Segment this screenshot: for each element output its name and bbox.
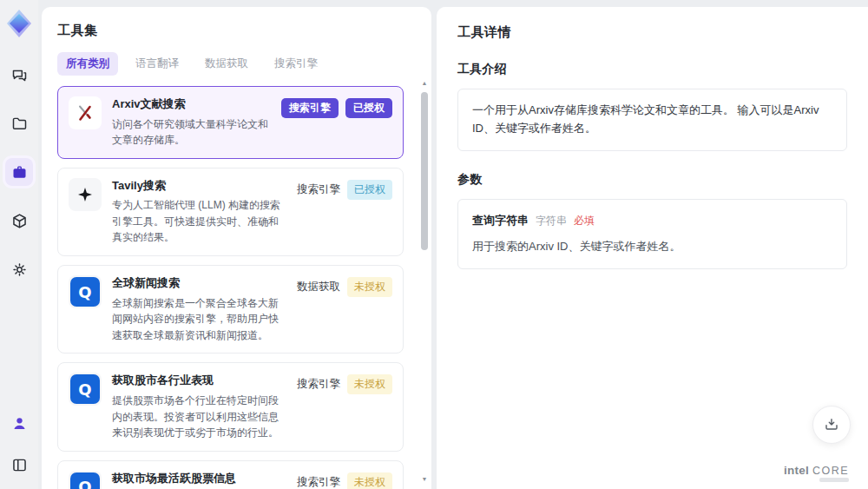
tab-搜索引擎[interactable]: 搜索引擎: [266, 52, 326, 76]
sidebar-item-settings[interactable]: [5, 255, 33, 283]
user-icon: [10, 414, 29, 433]
tool-category-badge: 搜索引擎: [281, 98, 339, 118]
tool-list-item[interactable]: Q 获取股市各行业表现 提供股票市场各个行业在特定时间段内的表现。投资者可以利用…: [57, 362, 404, 451]
tool-name: 全球新闻搜索: [112, 275, 286, 291]
q-news-icon: Q: [69, 373, 102, 406]
tool-auth-badge: 未授权: [347, 374, 392, 394]
scrollbar[interactable]: ▲ ▼: [420, 80, 429, 482]
tool-category-badge: 数据获取: [297, 277, 340, 297]
chat-icon: [10, 66, 29, 84]
tool-list-item[interactable]: Q 获取市场最活跃股票信息 提供当天交易量最高的股票列表。投资者可以利用这些信息…: [57, 460, 404, 489]
tool-description: 访问各个研究领域大量科学论文和文章的存储库。: [112, 116, 271, 149]
gear-icon: [10, 261, 29, 279]
sparkle-icon: [69, 178, 102, 211]
tool-auth-badge: 未授权: [347, 472, 392, 489]
param-box: 查询字符串 字符串 必填 用于搜索的Arxiv ID、关键字或作者姓名。: [457, 199, 847, 270]
tab-所有类别[interactable]: 所有类别: [57, 52, 118, 76]
tool-name: 获取市场最活跃股票信息: [112, 471, 286, 486]
tool-list-item[interactable]: Q 全球新闻搜索 全球新闻搜索是一个聚合全球各大新闻网站内容的搜索引擎，帮助用户…: [57, 265, 404, 354]
param-type: 字符串: [536, 213, 567, 229]
panel-toggle-icon: [10, 456, 29, 474]
sidebar-item-collapse[interactable]: [5, 451, 33, 479]
sidebar-item-chat[interactable]: [5, 61, 33, 89]
tool-details-panel: 工具详情 工具介绍 一个用于从Arxiv存储库搜索科学论文和文章的工具。 输入可…: [437, 7, 868, 489]
tool-description: 全球新闻搜索是一个聚合全球各大新闻网站内容的搜索引擎，帮助用户快速获取全球最新资…: [112, 295, 286, 344]
download-button[interactable]: [812, 406, 851, 444]
tool-category-badge: 搜索引擎: [297, 374, 340, 394]
intro-section-title: 工具介绍: [457, 62, 847, 77]
q-news-icon: Q: [69, 275, 102, 308]
sidebar-item-tools[interactable]: [5, 158, 33, 186]
category-tabs: 所有类别语言翻译数据获取搜索引擎: [57, 52, 418, 76]
tool-name: Arxiv文献搜索: [112, 96, 271, 112]
details-title: 工具详情: [457, 24, 847, 41]
scroll-down-icon[interactable]: ▼: [420, 476, 429, 482]
tool-category-badge: 搜索引擎: [297, 180, 340, 200]
scrollbar-thumb[interactable]: [421, 92, 428, 250]
toolbox-icon: [10, 163, 29, 182]
tool-list: Arxiv文献搜索 访问各个研究领域大量科学论文和文章的存储库。 搜索引擎 已授…: [57, 86, 418, 489]
intel-core-logo: intel CORE: [784, 464, 849, 477]
app-logo-icon: [6, 9, 32, 38]
sidebar-item-files[interactable]: [5, 109, 33, 137]
download-icon: [823, 416, 840, 433]
tool-auth-badge: 已授权: [347, 180, 392, 200]
intro-text: 一个用于从Arxiv存储库搜索科学论文和文章的工具。 输入可以是Arxiv ID…: [472, 103, 819, 135]
folder-icon: [10, 115, 29, 133]
param-name: 查询字符串: [472, 212, 529, 230]
tool-description: 提供股票市场各个行业在特定时间段内的表现。投资者可以利用这些信息来识别表现优于或…: [112, 393, 286, 441]
tool-name: Tavily搜索: [112, 178, 286, 194]
sidebar-item-plugins[interactable]: [5, 207, 33, 235]
params-section-title: 参数: [457, 172, 847, 188]
scroll-up-icon[interactable]: ▲: [420, 80, 429, 86]
page-title: 工具集: [57, 23, 418, 39]
intro-box: 一个用于从Arxiv存储库搜索科学论文和文章的工具。 输入可以是Arxiv ID…: [457, 89, 847, 151]
tool-list-panel: 工具集 所有类别语言翻译数据获取搜索引擎 Arxiv文献搜索 访问各个研究领域大…: [42, 7, 431, 489]
sidebar-item-account[interactable]: [5, 409, 33, 437]
param-required-flag: 必填: [574, 213, 595, 229]
tool-list-item[interactable]: Tavily搜索 专为人工智能代理 (LLM) 构建的搜索引擎工具。可快速提供实…: [57, 168, 404, 256]
tool-list-item[interactable]: Arxiv文献搜索 访问各个研究领域大量科学论文和文章的存储库。 搜索引擎 已授…: [57, 86, 404, 159]
tool-auth-badge: 已授权: [345, 98, 392, 118]
tool-auth-badge: 未授权: [347, 277, 392, 297]
tool-name: 获取股市各行业表现: [112, 373, 286, 388]
sidebar-rail: [0, 0, 38, 489]
tab-语言翻译[interactable]: 语言翻译: [127, 52, 187, 76]
tool-description: 专为人工智能代理 (LLM) 构建的搜索引擎工具。可快速提供实时、准确和真实的结…: [112, 197, 286, 246]
param-description: 用于搜索的Arxiv ID、关键字或作者姓名。: [472, 238, 832, 256]
tool-category-badge: 搜索引擎: [297, 472, 340, 489]
cube-icon: [10, 212, 29, 230]
tab-数据获取[interactable]: 数据获取: [196, 52, 257, 76]
q-news-icon: Q: [69, 471, 102, 489]
arxiv-logo-icon: [69, 96, 102, 129]
